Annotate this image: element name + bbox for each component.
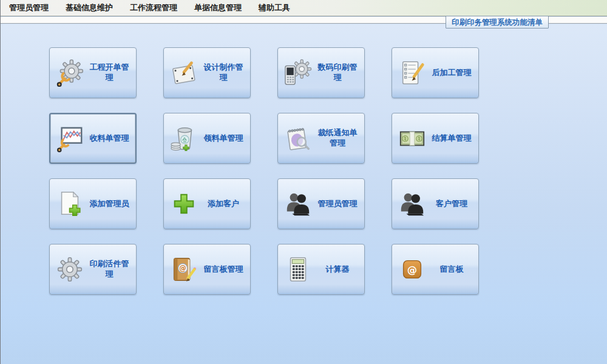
btn-print-job-management[interactable]: 印刷活件管理 bbox=[49, 244, 137, 295]
btn-design-production-management[interactable]: 设计制作管理 bbox=[163, 47, 251, 98]
book-at-pencil-icon bbox=[170, 255, 198, 283]
menu-item-basic-info-maintenance[interactable]: 基础信息维护 bbox=[57, 0, 121, 16]
btn-material-receipt-management[interactable]: 收料单管理 bbox=[49, 113, 137, 164]
btn-label: 添加管理员 bbox=[84, 199, 136, 209]
menu-item-auxiliary-tools[interactable]: 辅助工具 bbox=[250, 0, 299, 16]
btn-message-board-management[interactable]: 留言板管理 bbox=[163, 244, 251, 295]
users-icon bbox=[284, 190, 312, 218]
chart-wrench-icon bbox=[56, 124, 84, 152]
recycle-bin-coins-icon bbox=[170, 124, 198, 152]
btn-post-processing-management[interactable]: 后加工管理 bbox=[392, 47, 479, 98]
btn-admin-management[interactable]: 管理员管理 bbox=[277, 178, 365, 229]
gear-wrench-icon bbox=[56, 59, 84, 87]
btn-label: 收料单管理 bbox=[84, 133, 135, 144]
btn-label: 留言板 bbox=[426, 265, 478, 275]
phone-gear-icon bbox=[284, 59, 312, 87]
calculator-icon bbox=[284, 255, 312, 283]
btn-customer-management[interactable]: 客户管理 bbox=[392, 178, 479, 229]
btn-label: 结算单管理 bbox=[426, 133, 478, 144]
design-board-pen-icon bbox=[170, 59, 198, 87]
document-plus-icon bbox=[56, 190, 84, 218]
btn-label: 管理员管理 bbox=[312, 199, 364, 209]
btn-label: 设计制作管理 bbox=[198, 62, 250, 83]
btn-add-admin[interactable]: 添加管理员 bbox=[49, 178, 137, 229]
btn-label: 后加工管理 bbox=[426, 68, 478, 78]
menu-item-workflow-management[interactable]: 工作流程管理 bbox=[121, 0, 186, 16]
menu-item-document-info-management[interactable]: 单据信息管理 bbox=[186, 0, 250, 16]
main-area: 工程开单管理 设计制作管理 数码印刷管理 后加工管理 收料单管理 领料单管理 bbox=[1, 24, 607, 364]
menu-bar: 管理员管理 基础信息维护 工作流程管理 单据信息管理 辅助工具 bbox=[1, 0, 607, 16]
btn-label: 工程开单管理 bbox=[84, 62, 136, 83]
btn-label: 领料单管理 bbox=[198, 133, 250, 144]
btn-add-customer[interactable]: 添加客户 bbox=[163, 178, 251, 229]
users-icon bbox=[398, 190, 426, 218]
notepad-magnifier-icon bbox=[284, 124, 312, 152]
btn-settlement-management[interactable]: 结算单管理 bbox=[392, 113, 479, 164]
green-plus-icon bbox=[170, 190, 198, 218]
notepad-pencil-icon bbox=[398, 59, 426, 87]
function-list-label: 印刷印务管理系统功能清单 bbox=[446, 16, 549, 29]
function-button-grid: 工程开单管理 设计制作管理 数码印刷管理 后加工管理 收料单管理 领料单管理 bbox=[49, 47, 479, 295]
btn-digital-printing-management[interactable]: 数码印刷管理 bbox=[277, 47, 365, 98]
btn-label: 留言板管理 bbox=[198, 265, 250, 275]
btn-label: 数码印刷管理 bbox=[312, 62, 364, 83]
btn-material-requisition-management[interactable]: 领料单管理 bbox=[163, 113, 251, 164]
banknote-icon bbox=[398, 124, 426, 152]
btn-project-order-management[interactable]: 工程开单管理 bbox=[49, 47, 137, 98]
btn-label: 计算器 bbox=[312, 265, 364, 275]
app-window: 管理员管理 基础信息维护 工作流程管理 单据信息管理 辅助工具 印刷印务管理系统… bbox=[0, 0, 607, 364]
btn-label: 客户管理 bbox=[426, 199, 478, 209]
at-badge-icon bbox=[398, 255, 426, 283]
btn-calculator[interactable]: 计算器 bbox=[277, 244, 365, 295]
btn-label: 印刷活件管理 bbox=[84, 259, 136, 280]
btn-message-board[interactable]: 留言板 bbox=[392, 244, 479, 295]
btn-label: 裁纸通知单管理 bbox=[312, 128, 364, 149]
btn-paper-cutting-notice-management[interactable]: 裁纸通知单管理 bbox=[277, 113, 365, 164]
btn-label: 添加客户 bbox=[198, 199, 250, 209]
menu-item-admin-management[interactable]: 管理员管理 bbox=[1, 0, 57, 16]
gear-icon bbox=[56, 255, 84, 283]
